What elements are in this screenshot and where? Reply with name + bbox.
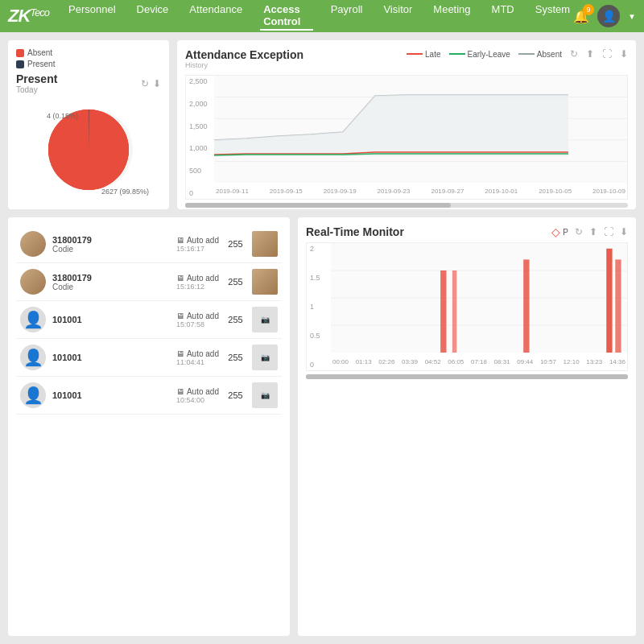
nav-item-access-control[interactable]: Access Control (260, 2, 313, 31)
activity-id-4: 101001 (52, 390, 170, 400)
monitor-chart-area: 2 1.5 1 0.5 0 (306, 242, 628, 371)
chart-x-labels: 2019-09-11 2019-09-15 2019-09-19 2019-09… (214, 183, 627, 199)
late-legend: Late (407, 50, 440, 59)
early-leave-legend: Early-Leave (449, 50, 510, 59)
attendance-legend: Late Early-Leave Absent (407, 50, 562, 59)
nav-item-personnel[interactable]: Personnel (65, 2, 119, 31)
nav-item-visitor[interactable]: Visitor (380, 2, 415, 31)
activity-score-1: 255 (225, 277, 246, 287)
attendance-scrollbar[interactable] (185, 203, 628, 208)
nav-item-system[interactable]: System (532, 2, 573, 31)
nav-item-attendance[interactable]: Attendance (186, 2, 246, 31)
activity-item-0: 31800179 Codie 🖥 Auto add 15:16:17 255 (16, 225, 282, 263)
monitor-legend-p: ◇ P (551, 225, 568, 238)
absent-line (518, 53, 535, 55)
attendance-fullscreen-icon[interactable]: ⛶ (602, 48, 612, 60)
monitor-scrollbar[interactable] (306, 374, 628, 379)
activity-photo-1 (252, 269, 278, 295)
attendance-download-icon[interactable]: ⬇ (620, 48, 628, 60)
monitor-download-icon[interactable]: ⬇ (620, 226, 628, 237)
x-label-5: 2019-10-01 (485, 188, 518, 195)
attendance-upload-icon[interactable]: ⬆ (586, 48, 594, 60)
device-icon-2: 🖥 (176, 312, 184, 320)
activity-type-4: 🖥 Auto add 10:54:00 (176, 387, 219, 404)
monitor-legend: ◇ P (551, 225, 568, 238)
x-0: 00:00 (332, 358, 349, 365)
absent-pct-label: 4 (0.15%) (47, 112, 78, 120)
download-icon[interactable]: ⬇ (153, 78, 161, 89)
bottom-row: 31800179 Codie 🖥 Auto add 15:16:17 255 (8, 217, 636, 636)
monitor-y-1: 1 (310, 303, 328, 311)
notification-badge: 9 (583, 4, 594, 15)
attendance-scrollbar-thumb[interactable] (185, 203, 451, 208)
monitor-y-2: 2 (310, 245, 328, 253)
x-label-4: 2019-09-27 (431, 188, 464, 195)
person-icon-2: 👤 (23, 310, 43, 329)
activity-photo-2: 📷 (252, 307, 278, 332)
device-icon-4: 🖥 (176, 387, 184, 396)
person-icon-3: 👤 (23, 348, 43, 367)
activity-item-2: 👤 101001 🖥 Auto add 15:07:58 255 (16, 301, 282, 339)
attendance-title: Attendance Exception (185, 48, 303, 61)
monitor-header: Real-Time Monitor ◇ P ↻ ⬆ ⛶ ⬇ (306, 225, 628, 238)
user-dropdown-arrow[interactable]: ▼ (628, 12, 636, 21)
attendance-refresh-icon[interactable]: ↻ (570, 48, 578, 60)
person-icon-4: 👤 (23, 386, 43, 405)
monitor-refresh-icon[interactable]: ↻ (575, 226, 583, 237)
legend-present: Present (16, 60, 161, 68)
nav-item-meeting[interactable]: Meeting (430, 2, 473, 31)
nav-item-device[interactable]: Device (134, 2, 172, 31)
activity-time-1: 15:16:12 (176, 283, 204, 291)
present-pct-label: 2627 (99.85%) (101, 188, 149, 196)
activity-list: 31800179 Codie 🖥 Auto add 15:16:17 255 (16, 225, 282, 415)
refresh-icon[interactable]: ↻ (141, 78, 149, 89)
monitor-bar-1 (452, 270, 457, 353)
attendance-chart-svg (214, 76, 627, 183)
x-label-7: 2019-10-09 (592, 188, 625, 195)
activity-type-1: 🖥 Auto add 15:16:12 (176, 274, 219, 291)
attendance-header: Attendance Exception History Late Early-… (185, 48, 628, 71)
late-line (407, 53, 423, 55)
user-avatar[interactable]: 👤 (597, 5, 620, 27)
x-4: 04:52 (425, 358, 441, 365)
activity-type-2: 🖥 Auto add 15:07:58 (176, 312, 219, 328)
activity-photo-3: 📷 (252, 345, 278, 370)
present-card-header: Present Today ↻ ⬇ (16, 72, 161, 94)
monitor-upload-icon[interactable]: ⬆ (589, 226, 597, 237)
monitor-fullscreen-icon[interactable]: ⛶ (604, 226, 613, 237)
activity-type-3: 🖥 Auto add 11:04:41 (176, 349, 219, 366)
x-label-0: 2019-09-11 (216, 188, 249, 195)
no-photo-icon-3: 📷 (261, 353, 270, 361)
notification-bell[interactable]: 🔔 9 (573, 9, 589, 24)
activity-avatar-1 (20, 269, 46, 295)
activity-avatar-3: 👤 (20, 345, 46, 370)
late-label: Late (425, 50, 440, 59)
device-icon-1: 🖥 (176, 274, 184, 283)
attendance-exception-card: Attendance Exception History Late Early-… (177, 40, 636, 209)
activity-item-3: 👤 101001 🖥 Auto add 11:04:41 255 (16, 339, 282, 377)
activity-type-0: 🖥 Auto add 15:16:17 (176, 236, 219, 253)
activity-id-0: 31800179 (52, 235, 170, 245)
activity-card: 31800179 Codie 🖥 Auto add 15:16:17 255 (8, 217, 290, 636)
present-card-actions: ↻ ⬇ (141, 78, 161, 89)
y-label-1000: 1,000 (189, 144, 211, 152)
present-dot (16, 60, 24, 68)
x-label-1: 2019-09-15 (270, 188, 303, 195)
nav-item-mtd[interactable]: MTD (489, 2, 518, 31)
monitor-bar-0 (440, 270, 446, 353)
activity-id-1: 31800179 (52, 273, 170, 283)
attendance-chart-area: 2,500 2,000 1,500 1,000 500 0 (185, 75, 628, 200)
present-title: Present (16, 72, 57, 85)
device-icon-0: 🖥 (176, 236, 184, 245)
monitor-plot (331, 243, 627, 353)
legend-absent: Absent (16, 48, 161, 57)
activity-time-3: 11:04:41 (176, 358, 204, 366)
monitor-y-0: 0 (310, 361, 328, 369)
monitor-scrollbar-thumb[interactable] (306, 374, 628, 379)
pie-container: 4 (0.15%) 2627 (99.85%) (16, 97, 161, 202)
x-6: 07:18 (471, 358, 487, 365)
nav-item-payroll[interactable]: Payroll (328, 2, 366, 31)
absent-area (214, 95, 568, 156)
x-label-6: 2019-10-05 (539, 188, 572, 195)
activity-score-2: 255 (225, 315, 246, 324)
